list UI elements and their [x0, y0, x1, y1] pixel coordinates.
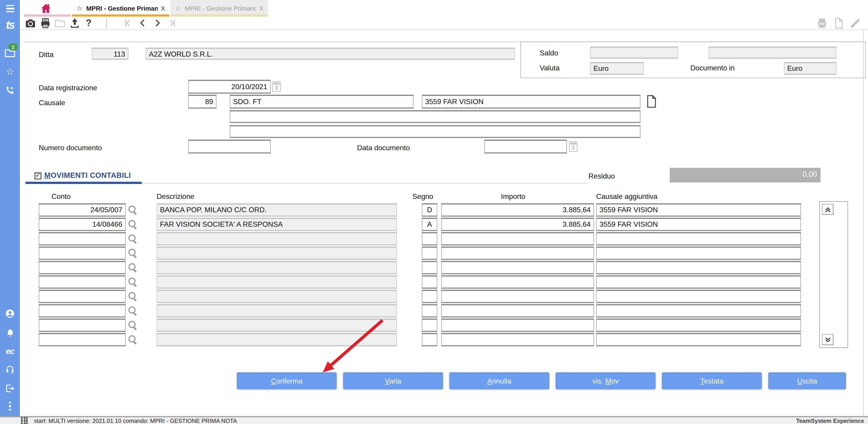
causale-aggiuntiva-field[interactable] — [596, 290, 801, 303]
causale-note-1-field[interactable] — [230, 110, 640, 123]
calendar-icon[interactable] — [569, 141, 578, 152]
importo-field[interactable] — [441, 261, 594, 274]
movimenti-checkbox[interactable]: ✓ — [34, 172, 41, 180]
segno-field[interactable]: D — [422, 203, 437, 217]
open-folder-icon[interactable] — [54, 17, 66, 29]
tab-star-icon[interactable]: ☆ — [175, 4, 181, 12]
importo-field[interactable] — [441, 318, 594, 332]
help-icon[interactable]: ? — [86, 18, 92, 29]
user-account-icon[interactable] — [4, 308, 16, 319]
tab-close-icon[interactable]: X — [161, 5, 165, 11]
importo-field[interactable] — [441, 275, 594, 289]
search-icon[interactable] — [128, 248, 137, 258]
causale-aggiuntiva-field[interactable] — [596, 333, 801, 346]
search-icon[interactable] — [128, 220, 137, 229]
logout-icon[interactable] — [4, 383, 16, 394]
importo-field[interactable]: 3.885,64 — [441, 218, 594, 231]
conto-field[interactable]: 14/08466 — [39, 218, 125, 231]
note-document-icon[interactable] — [647, 95, 656, 108]
next-record-icon[interactable] — [153, 18, 162, 28]
calendar-icon[interactable] — [272, 81, 281, 92]
data-registrazione-field[interactable]: 20/10/2021 — [188, 80, 271, 94]
conto-field[interactable] — [39, 275, 125, 289]
tab-close-icon[interactable]: X — [259, 5, 264, 11]
segno-field[interactable] — [422, 247, 437, 260]
button-vis-mov[interactable]: vis. Mov — [556, 372, 655, 389]
button-varia[interactable]: Varia — [343, 372, 443, 389]
segno-field[interactable] — [422, 290, 437, 303]
phone-icon[interactable] — [4, 85, 16, 96]
data-documento-field[interactable] — [485, 140, 567, 153]
numero-documento-field[interactable] — [188, 140, 271, 153]
app-grid-icon[interactable] — [21, 417, 28, 424]
button-testata[interactable]: Testata — [662, 372, 762, 389]
causale-aggiuntiva-field[interactable] — [596, 247, 801, 260]
tab-mpri-gestione-primanota-active[interactable]: ☆ MPRI - Gestione Primanota X — [72, 0, 169, 17]
causale-aggiuntiva-field[interactable]: 3559 FAR VISION — [596, 218, 801, 231]
segno-field[interactable] — [422, 261, 437, 274]
button-conferma[interactable]: Conferma — [237, 372, 337, 389]
new-document-icon[interactable] — [833, 17, 845, 29]
importo-field[interactable] — [441, 304, 594, 317]
conto-field[interactable] — [39, 318, 125, 332]
previous-record-icon[interactable] — [138, 18, 148, 28]
causale-code-field[interactable]: 89 — [188, 95, 217, 109]
causale-aggiuntiva-field[interactable] — [596, 232, 801, 246]
segno-field[interactable] — [422, 275, 437, 289]
causale-aggiuntiva-field[interactable] — [596, 261, 801, 274]
segno-field[interactable]: A — [422, 218, 437, 231]
importo-field[interactable]: 3.885,64 — [441, 203, 594, 217]
causale-note-2-field[interactable] — [230, 125, 640, 138]
conto-field[interactable] — [39, 261, 125, 274]
segno-field[interactable] — [422, 304, 437, 317]
pdf-print-icon[interactable]: PDF — [816, 17, 828, 29]
importo-field[interactable] — [441, 247, 594, 260]
conto-field[interactable] — [39, 333, 125, 346]
search-icon[interactable] — [128, 320, 137, 330]
support-headset-icon[interactable] — [4, 364, 16, 375]
button-uscita[interactable]: Uscita — [768, 372, 846, 389]
search-icon[interactable] — [128, 277, 137, 287]
causale-extra-field[interactable]: 3559 FAR VISION — [422, 95, 640, 109]
conto-field[interactable] — [39, 247, 125, 260]
home-tab[interactable] — [20, 0, 72, 17]
tab-star-icon[interactable]: ☆ — [76, 4, 82, 12]
search-icon[interactable] — [128, 306, 137, 316]
causale-aggiuntiva-field[interactable] — [596, 318, 801, 332]
causale-desc-field[interactable]: SDO. FT — [230, 95, 413, 109]
segno-field[interactable] — [422, 333, 437, 346]
tab-mpri-gestione-primanota-inactive[interactable]: ☆ MPRI - Gestione Primanota X — [170, 0, 268, 17]
print-icon[interactable] — [39, 17, 52, 29]
search-icon[interactable] — [128, 263, 137, 273]
more-options-icon[interactable] — [9, 401, 11, 411]
conto-field[interactable] — [39, 304, 125, 317]
teamsystem-logo: ts — [6, 18, 14, 32]
importo-field[interactable] — [441, 333, 594, 346]
causale-aggiuntiva-field[interactable]: 3559 FAR VISION — [596, 203, 801, 217]
first-record-icon[interactable] — [123, 18, 133, 28]
conto-field[interactable] — [39, 232, 125, 246]
search-icon[interactable] — [128, 335, 137, 345]
notifications-bell-icon[interactable] — [4, 327, 16, 338]
search-icon[interactable] — [128, 291, 137, 301]
causale-aggiuntiva-field[interactable] — [596, 275, 801, 289]
segno-field[interactable] — [422, 232, 437, 246]
page-up-button[interactable] — [822, 204, 834, 215]
documents-folder-icon[interactable]: 2 — [4, 48, 16, 59]
favorites-star-icon[interactable]: ☆ — [4, 66, 16, 77]
search-icon[interactable] — [128, 205, 137, 215]
menu-icon[interactable] — [6, 5, 14, 12]
segno-field[interactable] — [422, 318, 437, 332]
camera-snapshot-icon[interactable] — [24, 17, 37, 29]
search-icon[interactable] — [128, 234, 137, 244]
last-record-icon[interactable] — [168, 18, 178, 28]
edit-pencil-icon[interactable] — [849, 17, 862, 29]
conto-field[interactable] — [39, 290, 125, 303]
upload-icon[interactable] — [69, 17, 81, 29]
causale-aggiuntiva-field[interactable] — [596, 304, 801, 317]
page-down-button[interactable] — [822, 334, 834, 345]
importo-field[interactable] — [441, 232, 594, 246]
button-annulla[interactable]: Annulla — [450, 372, 549, 389]
conto-field[interactable]: 24/05/007 — [39, 203, 125, 217]
importo-field[interactable] — [441, 290, 594, 303]
